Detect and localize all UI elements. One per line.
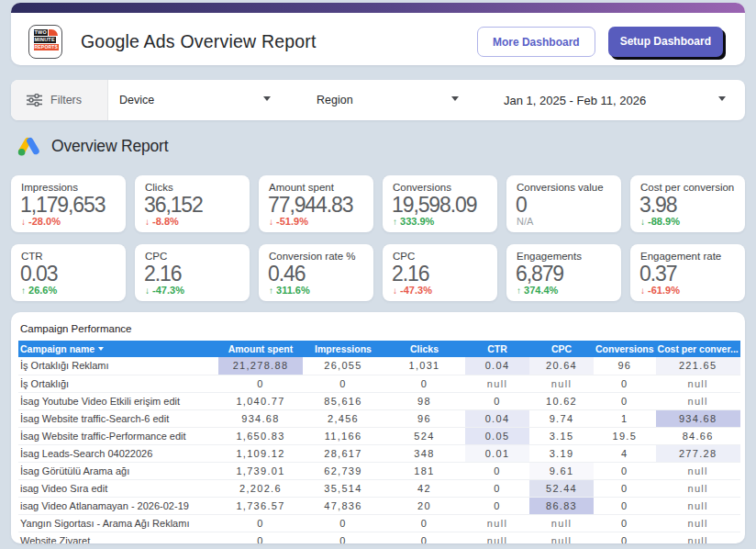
col-header-cpc[interactable]: CPC (529, 341, 594, 357)
kpi-card-amount-spent: Amount spent77,944.83↓ -51.9% (259, 175, 373, 232)
metric-cell: 221.65 (656, 357, 740, 375)
metric-cell: 52.44 (529, 479, 594, 497)
metric-cell: 0 (465, 462, 529, 479)
kpi-value-cpc-2: 2.16 (392, 262, 428, 286)
campaign-name-cell: İsag Website traffic-Performance edit (18, 427, 218, 444)
kpi-value-engagement-rate: 0.37 (639, 262, 676, 286)
kpi-label-cpc: CPC (145, 250, 167, 263)
filters-toggle[interactable]: Filters (11, 80, 108, 120)
metric-cell: 20 (384, 497, 465, 514)
metric-cell: 0 (218, 375, 303, 392)
table-row: Yangın Sigortası - Arama Ağı Reklamı000n… (18, 514, 740, 532)
col-header-ctr[interactable]: CTR (465, 341, 529, 357)
kpi-change-ctr: ↑ 26.6% (21, 285, 57, 297)
page-title: Google Ads Overview Report (81, 31, 317, 52)
metric-cell: 0 (218, 514, 303, 532)
metric-cell: 0 (303, 375, 384, 392)
metric-cell: 96 (594, 357, 656, 375)
logo-line2: MINUTE (34, 37, 56, 43)
logo-line1: TWO (34, 29, 48, 36)
kpi-value-ctr: 0.03 (20, 262, 57, 286)
table-row: İsag Website traffic-Search-6 edit934.68… (18, 409, 740, 427)
metric-cell: null (465, 514, 529, 532)
campaign-table: Campaign nameAmount spentImpressionsClic… (18, 341, 740, 543)
kpi-card-cpc: CPC2.16↓ -47.3% (135, 244, 250, 301)
kpi-value-cpc: 2.16 (144, 262, 181, 286)
date-range-filter[interactable]: Jan 1, 2025 - Feb 11, 2026 (504, 80, 646, 120)
metric-cell: null (656, 514, 740, 532)
kpi-label-conversion-rate: Conversion rate % (269, 250, 356, 263)
col-header-amount-spent[interactable]: Amount spent (218, 341, 303, 357)
google-ads-icon (17, 135, 41, 157)
table-row: İsag Website traffic-Performance edit1,6… (18, 427, 740, 444)
metric-cell: null (529, 375, 594, 392)
metric-cell: 98 (384, 392, 465, 409)
campaign-name-cell: İsag Görütülü Arama ağı (18, 462, 218, 479)
col-header-cost-per-conver[interactable]: Cost per conver... (656, 341, 740, 357)
metric-cell: 2,202.6 (218, 479, 303, 497)
table-row: İş Ortaklığı000nullnull0null (18, 375, 740, 392)
table-title: Campaign Performance (20, 323, 131, 334)
kpi-change-impressions: ↓ -28.0% (21, 216, 61, 228)
kpi-card-conversion-rate: Conversion rate %0.46↑ 311.6% (259, 244, 373, 301)
kpi-label-cost-per-conversion: Cost per conversion (640, 181, 734, 194)
kpi-label-conversions-value: Conversions value (517, 181, 604, 194)
metric-cell: 1,031 (384, 357, 465, 375)
setup-dashboard-button[interactable]: Setup Dashboard (608, 27, 723, 57)
metric-cell: 11,166 (303, 427, 384, 444)
metric-cell: 0.04 (465, 357, 529, 375)
kpi-card-conversions: Conversions19,598.09↑ 333.9% (383, 175, 497, 232)
metric-cell: 277.28 (656, 444, 740, 462)
metric-cell: 26,055 (303, 357, 384, 375)
kpi-card-cpc-2: CPC2.16↓ -47.3% (383, 244, 497, 301)
kpi-label-impressions: Impressions (21, 181, 78, 194)
metric-cell: null (656, 532, 740, 543)
metric-cell: null (656, 375, 740, 392)
region-caret-icon (451, 96, 459, 101)
campaign-name-cell: İsag Website traffic-Search-6 edit (18, 409, 218, 427)
metric-cell: 85,616 (303, 392, 384, 409)
metric-cell: 0.05 (465, 427, 529, 444)
metric-cell: 28,617 (303, 444, 384, 462)
metric-cell: 1 (594, 409, 656, 427)
metric-cell: 0 (465, 497, 529, 514)
kpi-value-cost-per-conversion: 3.98 (639, 193, 676, 218)
metric-cell: 0.01 (465, 444, 529, 462)
metric-cell: 0 (384, 532, 465, 543)
more-dashboard-button[interactable]: More Dashboard (477, 27, 595, 57)
metric-cell: 2,456 (303, 409, 384, 427)
kpi-change-conversion-rate: ↑ 311.6% (269, 285, 310, 297)
region-filter[interactable]: Region (317, 80, 353, 120)
metric-cell: 934.68 (218, 409, 303, 427)
col-header-conversions[interactable]: Conversions (594, 341, 656, 357)
kpi-value-amount-spent: 77,944.83 (268, 193, 352, 218)
kpi-label-engagements: Engagements (517, 250, 582, 263)
metric-cell: 0 (218, 532, 303, 543)
metric-cell: 3.15 (529, 427, 594, 444)
campaign-name-cell: isag Video Atlanamayan - 2026-02-19 (18, 497, 218, 514)
header-card: TWO MINUTE REPORTS Google Ads Overview R… (11, 3, 745, 65)
col-header-campaign-name[interactable]: Campaign name (18, 341, 218, 357)
metric-cell: 0 (384, 514, 465, 532)
campaign-name-cell: isag Video Sıra edit (18, 479, 218, 497)
metric-cell: null (465, 532, 529, 543)
table-row: İsag Leads-Search 040220261,109.1228,617… (18, 444, 740, 462)
metric-cell: 9.74 (529, 409, 594, 427)
kpi-value-conversion-rate: 0.46 (268, 262, 305, 286)
campaign-name-cell: İş Ortaklığı (18, 375, 218, 392)
col-header-clicks[interactable]: Clicks (384, 341, 465, 357)
kpi-label-amount-spent: Amount spent (269, 181, 334, 194)
metric-cell: 0.04 (465, 409, 529, 427)
metric-cell: 0 (594, 462, 656, 479)
device-caret-icon (263, 96, 271, 101)
metric-cell: 1,739.01 (218, 462, 303, 479)
metric-cell: 0 (594, 375, 656, 392)
device-filter[interactable]: Device (119, 80, 154, 120)
metric-cell: 0 (594, 514, 656, 532)
col-header-impressions[interactable]: Impressions (303, 341, 384, 357)
metric-cell: 21,278.88 (218, 357, 303, 375)
table-row: İş Ortaklığı Reklamı21,278.8826,0551,031… (18, 357, 740, 375)
metric-cell: 934.68 (656, 409, 740, 427)
metric-cell: 181 (384, 462, 465, 479)
campaign-name-cell: Yangın Sigortası - Arama Ağı Reklamı (18, 514, 218, 532)
